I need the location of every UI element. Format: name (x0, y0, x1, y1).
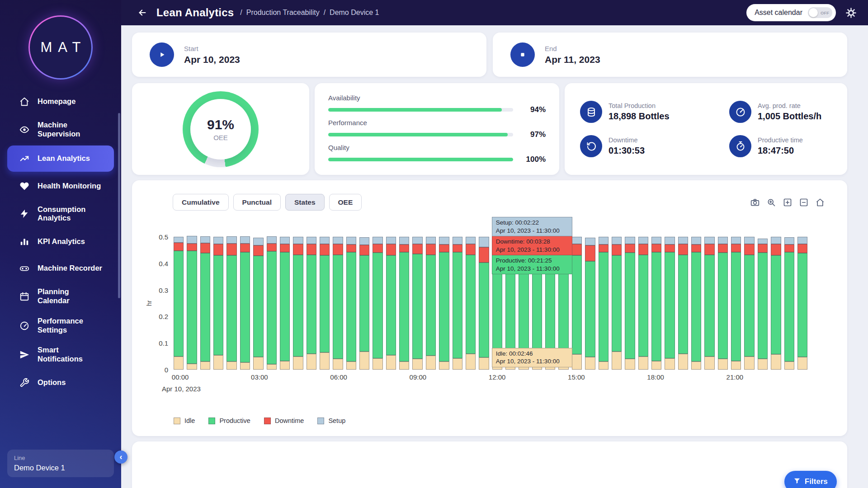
breadcrumb-sep: / (240, 9, 242, 17)
bar-23:00[interactable] (784, 237, 794, 370)
bar-02:00[interactable] (226, 236, 236, 370)
bar-01:30[interactable] (213, 237, 223, 370)
sidebar-item-label: KPI Analytics (38, 237, 85, 246)
bar-02:30[interactable] (240, 236, 250, 370)
sidebar-item-consumption-analytics[interactable]: Consumption Analytics (7, 201, 114, 228)
setup-segment (253, 238, 263, 245)
sidebar-item-health-monitoring[interactable]: Health Monitoring (7, 174, 114, 198)
bar-05:30[interactable] (320, 237, 330, 370)
sidebar-item-machine-supervision[interactable]: Machine Supervision (7, 116, 114, 143)
zoom-in-icon[interactable] (783, 198, 792, 207)
line-selector-card[interactable]: Line Demo Device 1 (7, 450, 114, 477)
bar-20:30[interactable] (718, 237, 728, 370)
sidebar-item-smart-notifications[interactable]: Smart Notifications (7, 341, 114, 368)
bar-22:00[interactable] (758, 239, 768, 370)
bar-15:00[interactable] (572, 237, 582, 370)
bar-11:00[interactable] (466, 237, 476, 370)
bar-06:30[interactable] (346, 237, 356, 370)
bar-07:30[interactable] (373, 237, 382, 370)
downtime-segment (320, 244, 330, 255)
bar-23:30[interactable] (797, 237, 807, 370)
bar-17:30[interactable] (638, 237, 648, 370)
bar-00:30[interactable] (187, 236, 197, 370)
bar-18:30[interactable] (665, 237, 675, 370)
settings-gear-icon[interactable] (846, 8, 856, 18)
bar-05:00[interactable] (307, 237, 316, 370)
bar-19:30[interactable] (691, 237, 701, 370)
sidebar-scrollbar[interactable] (118, 113, 120, 298)
bar-17:00[interactable] (625, 237, 635, 370)
bar-21:30[interactable] (744, 237, 754, 370)
idle-swatch (174, 418, 180, 424)
x-tick: 12:00 (489, 373, 506, 381)
zoom-out-icon[interactable] (799, 198, 808, 207)
tab-punctual[interactable]: Punctual (233, 194, 281, 211)
logo-text: MAT (40, 39, 86, 56)
legend-item-idle[interactable]: Idle (174, 417, 195, 424)
sidebar-item-options[interactable]: Options (7, 371, 114, 395)
setup-segment (625, 237, 635, 244)
bar-21:00[interactable] (731, 237, 741, 370)
bar-16:30[interactable] (612, 237, 622, 370)
play-icon-button[interactable] (150, 42, 174, 67)
downtime-segment (612, 244, 622, 256)
bar-15:30[interactable] (585, 238, 595, 370)
sidebar-item-label: Consumption Analytics (38, 205, 85, 223)
idle-segment (453, 358, 462, 370)
breadcrumb-item[interactable]: Demo Device 1 (330, 9, 379, 17)
bar-09:30[interactable] (426, 237, 436, 370)
zoom-magnifier-icon[interactable] (767, 198, 776, 207)
productive-segment (784, 252, 794, 361)
bar-07:00[interactable] (359, 237, 369, 370)
kpi-label: Total Production (609, 102, 670, 109)
filters-button[interactable]: Filters (784, 471, 837, 488)
downtime-segment (479, 247, 489, 263)
back-arrow-icon[interactable] (137, 8, 147, 18)
sidebar-item-kpi-analytics[interactable]: KPI Analytics (7, 230, 114, 254)
bar-01:00[interactable] (200, 236, 210, 370)
sidebar-item-lean-analytics[interactable]: Lean Analytics (7, 145, 114, 172)
bar-10:30[interactable] (453, 237, 462, 370)
sidebar-item-planning-calendar[interactable]: Planning Calendar (7, 283, 114, 310)
home-reset-icon[interactable] (816, 198, 825, 207)
bar-03:30[interactable] (267, 236, 277, 370)
idle-segment (293, 357, 303, 370)
legend-item-downtime[interactable]: Downtime (264, 417, 304, 424)
idle-segment (797, 357, 807, 370)
bar-18:00[interactable] (651, 237, 661, 370)
bar-11:30[interactable] (479, 237, 489, 370)
bar-08:30[interactable] (399, 237, 409, 370)
bar-08:00[interactable] (386, 237, 396, 370)
camera-icon[interactable] (750, 198, 760, 207)
toggle-knob (809, 8, 818, 17)
bar-19:00[interactable] (678, 237, 688, 370)
breadcrumb-item[interactable]: Production Traceability (246, 9, 320, 17)
bar-16:00[interactable] (599, 237, 609, 370)
legend-item-productive[interactable]: Productive (208, 417, 250, 424)
bar-20:00[interactable] (704, 237, 714, 370)
chart-tabs: Cumulative Punctual States OEE (173, 194, 362, 211)
bar-04:30[interactable] (293, 237, 303, 370)
tab-states[interactable]: States (285, 194, 325, 211)
legend-item-setup[interactable]: Setup (317, 417, 345, 424)
sidebar-item-performance-settings[interactable]: Performance Settings (7, 312, 114, 339)
bar-03:00[interactable] (253, 238, 263, 370)
tab-oee[interactable]: OEE (329, 194, 362, 211)
idle-segment (359, 352, 369, 370)
setup-segment (293, 237, 303, 244)
database-icon (580, 101, 602, 123)
asset-calendar-toggle-pill[interactable]: Asset calendar OFF (746, 4, 836, 21)
bar-10:00[interactable] (439, 237, 449, 370)
idle-segment (731, 361, 741, 370)
sidebar-item-homepage[interactable]: Homepage (7, 89, 114, 114)
stop-icon-button[interactable] (510, 42, 535, 67)
tab-cumulative[interactable]: Cumulative (173, 194, 229, 211)
bar-06:00[interactable] (333, 237, 343, 370)
sidebar-item-machine-recorder[interactable]: Machine Recorder (7, 256, 114, 281)
sidebar-collapse-button[interactable]: ‹ (114, 450, 127, 464)
bar-22:30[interactable] (771, 237, 781, 370)
bar-00:00[interactable] (174, 237, 184, 370)
bar-04:00[interactable] (280, 237, 290, 370)
asset-calendar-switch[interactable]: OFF (808, 7, 832, 18)
bar-09:00[interactable] (412, 237, 422, 370)
